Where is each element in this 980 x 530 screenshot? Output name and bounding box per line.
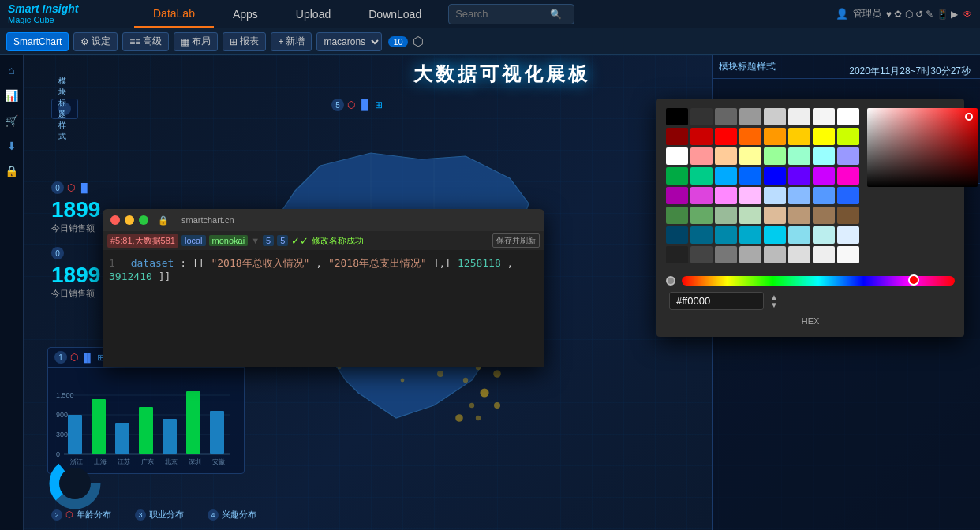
color-swatch-1[interactable]	[690, 108, 713, 125]
nav-upload[interactable]: Upload	[277, 0, 350, 28]
color-swatch-13[interactable]	[788, 128, 810, 145]
toolbar-advanced[interactable]: ≡≡ 高级	[122, 32, 169, 51]
nav-download[interactable]: DownLoad	[350, 0, 440, 28]
hex-down-btn[interactable]: ▼	[770, 301, 778, 309]
color-swatch-44[interactable]	[764, 207, 786, 224]
color-swatch-49[interactable]	[690, 226, 713, 244]
hex-up-btn[interactable]: ▲	[770, 293, 778, 301]
color-swatch-25[interactable]	[690, 167, 713, 185]
code-body[interactable]: 1 dataset : [[ "2018年总收入情况" , "2018年总支出情…	[103, 250, 544, 367]
color-swatch-5[interactable]	[788, 108, 810, 125]
sidebar-lock-icon[interactable]: 🔒	[3, 162, 21, 180]
color-swatch-47[interactable]	[837, 207, 859, 224]
color-swatch-55[interactable]	[837, 226, 859, 244]
color-swatch-26[interactable]	[715, 167, 737, 185]
toolbar-layout[interactable]: ▦ 布局	[174, 32, 218, 51]
stat0-badge: 0	[51, 181, 64, 194]
color-swatch-58[interactable]	[715, 246, 737, 263]
window-maximize-btn[interactable]	[139, 215, 148, 225]
search-input[interactable]	[455, 8, 550, 20]
color-swatch-10[interactable]	[715, 128, 737, 145]
color-swatch-35[interactable]	[739, 187, 761, 204]
color-swatch-14[interactable]	[813, 128, 835, 145]
color-swatch-22[interactable]	[813, 147, 835, 165]
color-swatch-34[interactable]	[715, 187, 737, 204]
color-swatch-63[interactable]	[837, 246, 859, 263]
color-swatch-51[interactable]	[739, 226, 761, 244]
color-swatch-9[interactable]	[690, 128, 713, 145]
color-swatch-56[interactable]	[666, 246, 688, 263]
code-editor-window[interactable]: 🔒 smartchart.cn #5:81,大数据581 local monok…	[103, 209, 544, 367]
color-swatch-16[interactable]	[666, 147, 688, 165]
toolbar-settings[interactable]: ⚙ 设定	[73, 32, 118, 51]
color-swatch-24[interactable]	[666, 167, 688, 185]
color-swatch-39[interactable]	[837, 187, 859, 204]
color-swatch-31[interactable]	[837, 167, 859, 185]
sidebar-cart-icon[interactable]: 🛒	[3, 112, 21, 129]
window-minimize-btn[interactable]	[125, 215, 134, 225]
color-swatch-59[interactable]	[739, 246, 761, 263]
color-swatch-12[interactable]	[764, 128, 786, 145]
color-swatch-52[interactable]	[764, 226, 786, 244]
color-swatch-2[interactable]	[715, 108, 737, 125]
color-swatch-17[interactable]	[690, 147, 713, 165]
color-swatch-4[interactable]	[764, 108, 786, 125]
color-swatch-62[interactable]	[813, 246, 835, 263]
color-swatch-32[interactable]	[666, 187, 688, 204]
color-swatch-15[interactable]	[837, 128, 859, 145]
color-swatch-43[interactable]	[739, 207, 761, 224]
color-swatch-50[interactable]	[715, 226, 737, 244]
toolbar-report[interactable]: ⊞ 报表	[223, 32, 266, 51]
save-btn[interactable]: 保存并刷新	[492, 233, 540, 248]
color-swatch-42[interactable]	[715, 207, 737, 224]
color-swatch-33[interactable]	[690, 187, 713, 204]
theme-select[interactable]: macarons dark light	[316, 32, 382, 51]
gradient-picker[interactable]	[867, 108, 978, 187]
color-swatch-38[interactable]	[813, 187, 835, 204]
nav-datalab[interactable]: DataLab	[134, 0, 214, 28]
color-swatch-11[interactable]	[739, 128, 761, 145]
svg-text:北京: 北京	[165, 458, 178, 465]
color-swatch-54[interactable]	[813, 226, 835, 244]
hue-cursor	[908, 274, 919, 286]
color-swatch-53[interactable]	[788, 226, 810, 244]
color-swatch-0[interactable]	[666, 108, 688, 125]
color-swatch-28[interactable]	[764, 167, 786, 185]
color-swatch-57[interactable]	[690, 246, 713, 263]
color-picker[interactable]: ▲ ▼ HEX	[656, 99, 964, 337]
color-swatch-40[interactable]	[666, 207, 688, 224]
toolbar-smartchart[interactable]: SmartChart	[6, 32, 69, 51]
sidebar-chart-icon[interactable]: 📊	[3, 87, 21, 104]
color-swatch-29[interactable]	[788, 167, 810, 185]
color-swatch-45[interactable]	[788, 207, 810, 224]
color-swatch-grid	[666, 108, 859, 263]
color-swatch-21[interactable]	[788, 147, 810, 165]
color-swatch-46[interactable]	[813, 207, 835, 224]
toolbar-add[interactable]: + 新增	[271, 32, 312, 51]
color-swatch-7[interactable]	[837, 108, 859, 125]
color-swatch-61[interactable]	[788, 246, 810, 263]
color-swatch-23[interactable]	[837, 147, 859, 165]
hex-input[interactable]	[669, 292, 764, 310]
window-close-btn[interactable]	[110, 215, 120, 225]
color-swatch-8[interactable]	[666, 128, 688, 145]
color-swatch-19[interactable]	[739, 147, 761, 165]
color-swatch-27[interactable]	[739, 167, 761, 185]
sidebar-home-icon[interactable]: ⌂	[3, 62, 21, 79]
nav-apps[interactable]: Apps	[214, 0, 277, 28]
svg-rect-13	[186, 391, 200, 454]
color-swatch-3[interactable]	[739, 108, 761, 125]
hue-slider[interactable]	[682, 276, 955, 286]
color-swatch-6[interactable]	[813, 108, 835, 125]
color-swatch-41[interactable]	[690, 207, 713, 224]
search-box[interactable]: 🔍	[448, 4, 574, 24]
color-swatch-37[interactable]	[788, 187, 810, 204]
interest-label: 兴趣分布	[222, 509, 256, 521]
color-swatch-48[interactable]	[666, 226, 688, 244]
color-swatch-36[interactable]	[764, 187, 786, 204]
color-swatch-20[interactable]	[764, 147, 786, 165]
color-swatch-18[interactable]	[715, 147, 737, 165]
color-swatch-60[interactable]	[764, 246, 786, 263]
sidebar-download-icon[interactable]: ⬇	[3, 137, 21, 155]
color-swatch-30[interactable]	[813, 167, 835, 185]
